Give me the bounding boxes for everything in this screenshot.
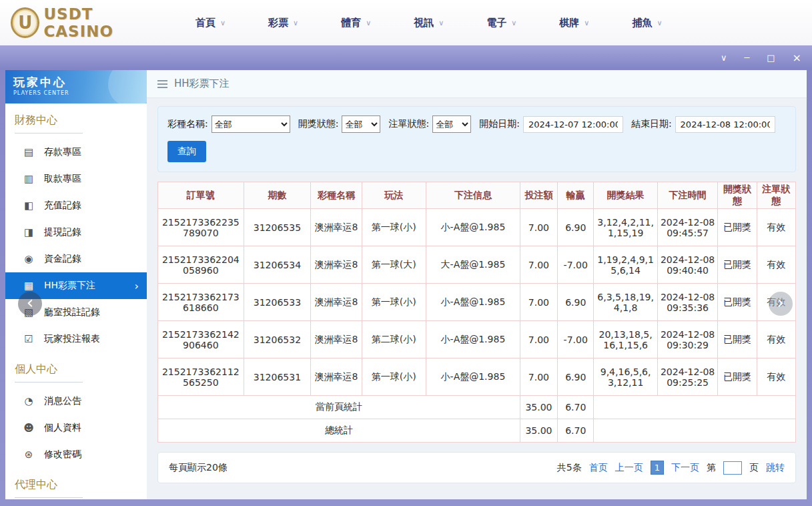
cell-lottery-name: 澳洲幸运8 [311, 358, 362, 396]
order-status-label: 注單狀態: [388, 118, 429, 130]
cell-lottery-name: 澳洲幸运8 [311, 246, 362, 284]
cell-order-status: 有效 [757, 321, 795, 358]
cell-bet-amount: 7.00 [520, 284, 557, 321]
cell-draw-status: 已開獎 [718, 321, 757, 358]
col-draw-result: 開獎結果 [594, 182, 657, 209]
cell-win-loss: 6.90 [558, 209, 594, 246]
sidebar-item-fund-records[interactable]: ◉ 資金記錄 [5, 246, 147, 272]
jump-page-input[interactable] [723, 461, 742, 475]
nav-item-home[interactable]: 首頁 ∨ [195, 17, 226, 29]
cell-draw-result: 1,19,2,4,9,15,6,14 [594, 246, 657, 284]
cell-period: 31206532 [244, 321, 311, 358]
cell-bet-time: 2024-12-08 09:35:36 [657, 284, 717, 321]
collapse-icon[interactable]: ∨ [721, 53, 727, 62]
nav-item-lottery[interactable]: 彩票 ∨ [268, 17, 298, 29]
page: U USDT CASINO 首頁 ∨ 彩票 ∨ 體育 ∨ 視訊 ∨ 電子 [0, 0, 812, 506]
content-area: 彩種名稱: 全部 開獎狀態: 全部 [147, 98, 807, 483]
sidebar-item-deposit[interactable]: ▤ 存款專區 [5, 139, 147, 166]
main-content: HH彩票下注 彩種名稱: 全部 [147, 70, 807, 499]
cell-bet-info: 大-A盤@1.985 [426, 246, 520, 284]
nav-item-sports[interactable]: 體育 ∨ [341, 17, 371, 29]
search-button[interactable]: 查詢 [167, 141, 206, 162]
sidebar-item-label: 取款專區 [44, 173, 81, 185]
finance-menu: ▤ 存款專區 ▥ 取款專區 ◧ 充值記錄 ◨ 提現記錄 [5, 139, 147, 352]
sidebar-item-player-bet-report[interactable]: ☑ 玩家投注報表 [5, 326, 147, 352]
scroll-left-arrow[interactable]: ‹ [18, 292, 42, 316]
brand-logo[interactable]: U USDT CASINO [11, 5, 161, 40]
sidebar-item-withdrawal-records[interactable]: ◨ 提現記錄 [5, 219, 147, 246]
sidebar-item-recharge-records[interactable]: ◧ 充值記錄 [5, 192, 147, 219]
sidebar-item-label: 玩家投注報表 [44, 333, 100, 345]
cell-bet-amount: 7.00 [520, 209, 557, 246]
sidebar-item-label: 修改密碼 [44, 449, 81, 461]
sidebar-item-label: 資金記錄 [44, 253, 81, 265]
jump-button[interactable]: 跳转 [766, 462, 785, 474]
cell-play-type: 第一球(大) [362, 246, 426, 284]
close-icon[interactable]: × [793, 53, 801, 63]
cell-order-no: 2152173362142906460 [158, 321, 244, 358]
next-page-link[interactable]: 下一页 [671, 462, 699, 474]
cell-win-loss: 6.90 [558, 358, 594, 396]
cell-draw-status: 已開獎 [718, 358, 757, 396]
lottery-name-select[interactable]: 全部 [212, 115, 290, 133]
pagination-bar: 每頁顯示20條 共5条 首页 上一页 1 下一页 第 页 跳转 [157, 452, 796, 483]
logo-coin-icon: U [11, 7, 39, 38]
sidebar-item-profile[interactable]: ☻ 個人資料 [5, 415, 147, 441]
cell-bet-amount: 7.00 [520, 358, 557, 396]
nav-label: 體育 [341, 17, 361, 29]
start-date-input[interactable] [523, 116, 623, 133]
cell-order-no: 2152173362173618660 [158, 284, 244, 321]
cell-period: 31206535 [244, 209, 311, 246]
nav-label: 視訊 [414, 17, 434, 29]
draw-status-label: 開獎狀態: [298, 118, 339, 130]
chevron-right-icon: › [777, 294, 784, 311]
cell-bet-time: 2024-12-08 09:45:57 [657, 209, 717, 246]
draw-status-select[interactable]: 全部 [342, 115, 380, 133]
scroll-right-arrow[interactable]: › [769, 292, 793, 316]
minimize-icon[interactable]: ─ [744, 53, 749, 62]
chevron-down-icon: ∨ [438, 19, 444, 27]
nav-item-cards[interactable]: 棋牌 ∨ [559, 17, 589, 29]
col-period: 期數 [244, 182, 311, 209]
sidebar: 玩家中心 PLAYERS CENTER 財務中心 ▤ 存款專區 ▥ 取款專區 ◧ [5, 70, 147, 499]
nav-label: 電子 [486, 17, 506, 29]
sidebar-item-announcements[interactable]: ◔ 消息公告 [5, 388, 147, 415]
recharge-icon: ◧ [23, 200, 35, 212]
cell-bet-info: 小-A盤@1.985 [426, 209, 520, 246]
user-icon: ☻ [23, 422, 35, 434]
sidebar-item-withdraw[interactable]: ▥ 取款專區 [5, 166, 147, 192]
total-summary-winloss: 6.70 [558, 419, 594, 443]
cell-bet-info: 小-A盤@1.985 [426, 358, 520, 396]
total-summary-row: 總統計 35.00 6.70 [158, 419, 796, 443]
cell-draw-result: 6,3,5,18,19,4,1,8 [594, 284, 657, 321]
cashout-icon: ◨ [23, 226, 35, 238]
prev-page-link[interactable]: 上一页 [615, 462, 643, 474]
sidebar-title: 玩家中心 [13, 75, 139, 90]
filter-row: 彩種名稱: 全部 開獎狀態: 全部 [167, 115, 786, 133]
cell-draw-status: 已開獎 [718, 209, 757, 246]
players-center-banner: 玩家中心 PLAYERS CENTER [5, 70, 147, 103]
nav-item-live[interactable]: 視訊 ∨ [414, 17, 444, 29]
order-status-select[interactable]: 全部 [432, 115, 471, 133]
page-summary-winloss: 6.70 [558, 396, 594, 419]
section-finance-center: 財務中心 [5, 103, 147, 134]
maximize-icon[interactable]: □ [767, 53, 775, 62]
end-date-input[interactable] [675, 116, 775, 133]
cell-play-type: 第二球(小) [362, 321, 426, 358]
deposit-icon: ▤ [23, 146, 35, 158]
menu-icon[interactable] [157, 80, 167, 88]
current-page-indicator[interactable]: 1 [651, 461, 664, 475]
chevron-down-icon: ∨ [366, 19, 371, 27]
window-titlebar: ∨ ─ □ × [0, 45, 812, 70]
nav-item-slots[interactable]: 電子 ∨ [486, 17, 516, 29]
nav-item-fishing[interactable]: 捕魚 ∨ [632, 17, 662, 29]
nav-label: 捕魚 [632, 17, 652, 29]
top-navigation: U USDT CASINO 首頁 ∨ 彩票 ∨ 體育 ∨ 視訊 ∨ 電子 [0, 0, 812, 45]
end-date-label: 結束日期: [631, 118, 672, 130]
sidebar-item-change-password[interactable]: ⊛ 修改密碼 [5, 441, 147, 468]
col-bet-amount: 投注額 [520, 182, 557, 209]
total-summary-label: 總統計 [158, 419, 520, 443]
first-page-link[interactable]: 首页 [589, 462, 608, 474]
cell-order-status: 有效 [757, 209, 795, 246]
cell-bet-amount: 7.00 [520, 246, 557, 284]
